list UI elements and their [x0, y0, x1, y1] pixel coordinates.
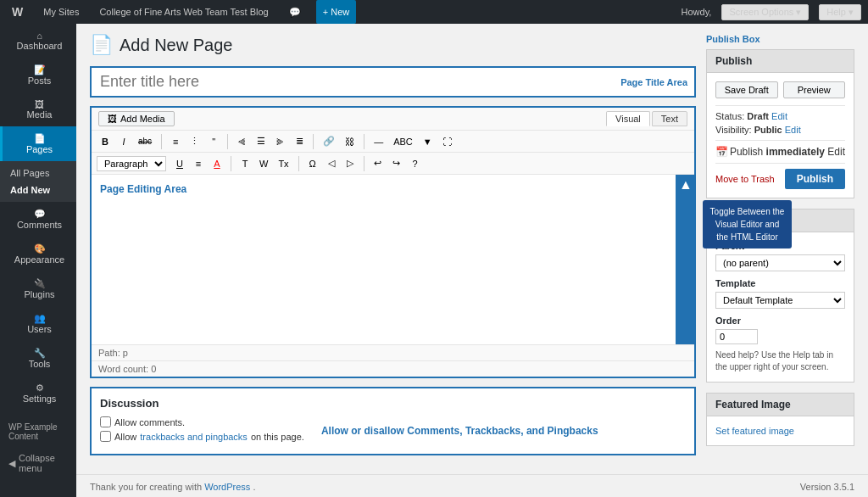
fullscreen-button[interactable]: ⛶ [438, 134, 456, 149]
tab-text[interactable]: Text [652, 111, 687, 126]
decrease-indent-button[interactable]: ◁ [323, 155, 340, 171]
trackbacks-link[interactable]: trackbacks and pingbacks [140, 432, 248, 442]
sidebar-submenu-all-pages[interactable]: All Pages [0, 165, 76, 181]
sidebar-item-tools[interactable]: 🔧 Tools [0, 341, 76, 376]
new-content-btn[interactable]: + New [316, 0, 357, 24]
help-btn[interactable]: Help ▾ [819, 4, 861, 20]
admin-bar: W My Sites College of Fine Arts Web Team… [0, 0, 868, 24]
collapse-menu[interactable]: ◀ Collapse menu [0, 446, 76, 480]
undo-button[interactable]: ↩ [370, 155, 387, 171]
sidebar-item-plugins[interactable]: 🔌 Plugins [0, 271, 76, 306]
screen-options-btn[interactable]: Screen Options ▾ [721, 4, 809, 20]
word-count-bar: Word count: 0 [92, 360, 694, 377]
calendar-icon: 📅 [715, 146, 728, 158]
tab-visual[interactable]: Visual [606, 111, 650, 126]
align-left-button[interactable]: ⫷ [233, 134, 251, 149]
editor-footer: Path: p [92, 344, 694, 360]
sidebar-item-appearance[interactable]: 🎨 Appearance [0, 237, 76, 271]
toolbar-separator-1 [161, 134, 162, 149]
move-to-trash-button[interactable]: Move to Trash [715, 174, 775, 184]
discussion-content: Allow comments. Allow trackbacks and pin… [100, 416, 686, 445]
underline-button[interactable]: U [171, 156, 188, 171]
editor-help-button[interactable]: ? [407, 156, 424, 171]
sidebar-item-media[interactable]: 🖼 Media [0, 92, 76, 126]
sidebar-item-posts[interactable]: 📝 Posts [0, 58, 76, 92]
template-select[interactable]: Default Template [715, 292, 845, 309]
wp-toolbar-toggle[interactable]: ▼ [419, 134, 437, 149]
order-input[interactable] [715, 329, 758, 344]
page-title: Add New Page [120, 36, 232, 55]
redo-button[interactable]: ↪ [388, 155, 405, 171]
text-color-button[interactable]: A [209, 156, 225, 171]
sidebar-item-settings[interactable]: ⚙ Settings [0, 376, 76, 410]
sidebar-item-comments[interactable]: 💬 Comments [0, 202, 76, 237]
link-button[interactable]: 🔗 [319, 133, 339, 149]
visibility-row: Visibility: Public Edit [715, 125, 845, 135]
page-header: 📄 Add New Page [90, 34, 696, 56]
toggle-arrow-icon: ▲ [679, 178, 693, 192]
panel-divider-1 [715, 105, 845, 106]
page-title-input[interactable] [100, 73, 686, 91]
toolbar2-separator-2 [298, 156, 299, 171]
order-label: Order [715, 316, 845, 326]
comments-icon[interactable]: 💬 [284, 0, 306, 24]
blog-name[interactable]: College of Fine Arts Web Team Test Blog [94, 0, 273, 24]
remove-format-button[interactable]: Tx [274, 156, 292, 171]
toggle-visual-html-button[interactable]: ▲ [677, 175, 694, 344]
wordpress-link[interactable]: WordPress [204, 482, 250, 492]
spellcheck-button[interactable]: ABC [389, 134, 417, 149]
align-center-button[interactable]: ☰ [253, 133, 270, 149]
allow-comments-label: Allow comments. [100, 416, 304, 427]
publish-button[interactable]: Publish [785, 169, 845, 189]
pages-icon: 📄 [34, 133, 46, 144]
sidebar-item-pages[interactable]: 📄 Pages [0, 126, 76, 161]
version-label: Version 3.5.1 [800, 482, 854, 492]
increase-indent-button[interactable]: ▷ [342, 155, 359, 171]
add-media-button[interactable]: 🖼 Add Media [98, 111, 175, 126]
word-count-label: Word count: 0 [98, 364, 156, 374]
dashboard-icon: ⌂ [36, 31, 42, 41]
appearance-icon: 🎨 [34, 243, 46, 254]
paste-text-button[interactable]: T [236, 156, 253, 171]
allow-comments-checkbox[interactable] [100, 416, 111, 427]
align-right-button[interactable]: ⫸ [271, 134, 289, 149]
blockquote-button[interactable]: " [205, 134, 222, 149]
bold-button[interactable]: B [97, 134, 114, 149]
allow-trackbacks-checkbox[interactable] [100, 431, 111, 442]
discussion-box: Discussion Allow comments. Allow trackba… [90, 387, 696, 455]
unlink-button[interactable]: ⛓ [341, 134, 359, 149]
save-draft-button[interactable]: Save Draft [715, 81, 778, 98]
italic-button[interactable]: I [115, 134, 132, 149]
visibility-edit-link[interactable]: Edit [785, 125, 801, 135]
comments-nav-icon: 💬 [34, 209, 46, 220]
editor-area: 📄 Add New Page Page Title Area 🖼 Add Med… [90, 34, 696, 464]
footer-text: Thank you for creating with WordPress . [90, 482, 255, 492]
status-edit-link[interactable]: Edit [771, 111, 787, 121]
sidebar-item-dashboard[interactable]: ⌂ Dashboard [0, 24, 76, 58]
publish-panel-body: Save Draft Preview Status: Draft Edit Vi… [707, 73, 854, 198]
preview-button[interactable]: Preview [783, 81, 846, 98]
posts-icon: 📝 [34, 64, 46, 75]
publish-edit-link[interactable]: Edit [827, 146, 845, 158]
paste-word-button[interactable]: W [255, 156, 272, 171]
tools-icon: 🔧 [34, 348, 46, 359]
sidebar-item-users[interactable]: 👥 Users [0, 306, 76, 341]
wp-example-content[interactable]: WP Example Content [8, 422, 68, 441]
format-select[interactable]: Paragraph [97, 156, 166, 171]
sidebar-submenu-add-new[interactable]: Add New [0, 181, 76, 198]
unordered-list-button[interactable]: ≡ [167, 134, 184, 149]
add-media-bar: 🖼 Add Media Visual Text [92, 108, 694, 131]
special-chars-button[interactable]: Ω [304, 156, 321, 171]
my-sites-menu[interactable]: My Sites [38, 0, 84, 24]
align-justify-button[interactable]: ≣ [291, 133, 308, 149]
strikethrough-button[interactable]: abc [134, 134, 156, 148]
insert-more-button[interactable]: — [370, 134, 387, 149]
parent-select[interactable]: (no parent) [715, 254, 845, 271]
justify-button[interactable]: ≡ [190, 156, 207, 171]
wp-logo[interactable]: W [7, 0, 28, 24]
editor-body[interactable]: Page Editing Area [92, 175, 694, 344]
set-featured-image-link[interactable]: Set featured image [715, 426, 794, 436]
publish-box-annotation: Publish Box [706, 34, 854, 44]
featured-image-panel: Featured Image Set featured image [706, 393, 854, 446]
ordered-list-button[interactable]: ⋮ [186, 133, 203, 149]
